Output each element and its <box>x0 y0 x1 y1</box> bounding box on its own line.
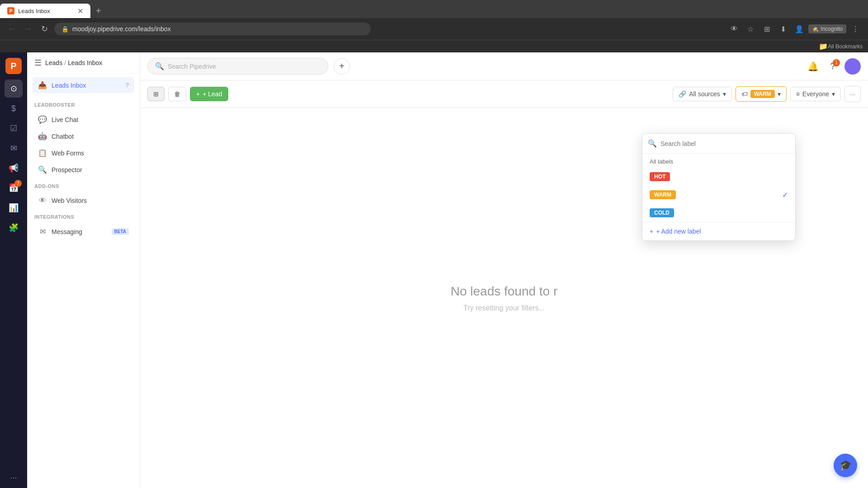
browser-actions: 👁 ☆ ⊞ ⬇ 👤 🕵 Incognito ⋮ <box>727 22 863 36</box>
nav-item-deals[interactable]: $ <box>5 99 23 117</box>
mail-icon: ✉ <box>10 143 17 153</box>
leadbooster-section-label: LEADBOOSTER <box>34 102 132 108</box>
add-lead-label: + Lead <box>203 90 222 98</box>
add-label-text: + Add new label <box>656 228 701 235</box>
search-bar[interactable]: 🔍 <box>147 58 328 75</box>
add-new-label-button[interactable]: + + Add new label <box>642 222 795 240</box>
all-sources-filter[interactable]: 🔗 All sources ▾ <box>673 87 731 101</box>
browser-chrome: P Leads Inbox ✕ + ← → ↻ 🔒 moodjoy.pipedr… <box>0 0 868 52</box>
bookmarks-bar: 📁 All Bookmarks <box>0 40 868 52</box>
view-trash-button[interactable]: 🗑 <box>168 87 186 101</box>
filter-icon: ≡ <box>796 90 800 98</box>
sidebar-item-chatbot[interactable]: 🤖 Chatbot <box>31 128 136 144</box>
everyone-filter-button[interactable]: ≡ Everyone ▾ <box>790 87 841 101</box>
webforms-label: Web Forms <box>52 150 84 157</box>
browser-tab-bar: P Leads Inbox ✕ + <box>0 0 868 18</box>
help-button[interactable]: ? 1 <box>825 58 841 75</box>
tab-manager-icon[interactable]: ⊞ <box>760 22 774 36</box>
refresh-button[interactable]: ↻ <box>38 23 51 35</box>
profile-icon[interactable]: 👤 <box>792 22 807 36</box>
main-content: 🔍 + 🔔 ? 1 ⊞ 🗑 <box>140 52 868 488</box>
more-dots-icon: ··· <box>850 91 855 98</box>
tab-title: Leads Inbox <box>18 8 50 14</box>
sidebar-item-prospector[interactable]: 🔍 Prospector <box>31 162 136 178</box>
add-label-icon: + <box>650 228 653 235</box>
sidebar-item-messaging[interactable]: ✉ Messaging BETA <box>31 224 136 239</box>
integrations-icon: 🧩 <box>9 223 19 233</box>
nav-item-integrations[interactable]: 🧩 <box>5 219 23 237</box>
sidebar-item-webforms[interactable]: 📋 Web Forms <box>31 145 136 161</box>
header-right: 🔔 ? 1 <box>805 58 861 75</box>
dropdown-item-hot[interactable]: HOT <box>642 168 795 186</box>
nav-item-mail[interactable]: ✉ <box>5 139 23 157</box>
messaging-beta-badge: BETA <box>112 228 129 235</box>
livechat-label: Live Chat <box>52 116 78 123</box>
warm-chevron-down-icon: ▾ <box>778 90 781 98</box>
browser-tab[interactable]: P Leads Inbox ✕ <box>0 4 90 18</box>
eye-off-icon[interactable]: 👁 <box>727 22 741 36</box>
new-tab-button[interactable]: + <box>90 6 107 16</box>
browser-controls: ← → ↻ 🔒 moodjoy.pipedrive.com/leads/inbo… <box>0 18 868 40</box>
addons-section-label: ADD-ONS <box>34 183 132 189</box>
nav-item-campaigns[interactable]: 📢 <box>5 159 23 177</box>
warm-check-icon: ✓ <box>782 191 788 199</box>
sidebar: ☰ Leads / Leads Inbox 📥 Leads Inbox ? LE… <box>27 52 140 488</box>
prospector-label: Prospector <box>52 166 82 174</box>
view-list-button[interactable]: ⊞ <box>147 87 165 101</box>
dropdown-search-input[interactable] <box>660 140 790 147</box>
breadcrumb: Leads / Leads Inbox <box>45 59 102 66</box>
dropdown-item-cold[interactable]: COLD <box>642 204 795 222</box>
sidebar-help-icon[interactable]: ? <box>126 82 129 89</box>
forward-button[interactable]: → <box>22 23 34 35</box>
lock-icon: 🔒 <box>61 26 69 33</box>
sidebar-item-webvisitors[interactable]: 👁 Web Visitors <box>31 193 136 208</box>
addons-section: ADD-ONS <box>27 178 140 192</box>
add-button[interactable]: + <box>334 58 350 75</box>
url-text: moodjoy.pipedrive.com/leads/inbox <box>72 25 171 33</box>
nav-item-leads[interactable]: 📅 7 <box>5 179 23 197</box>
leadbooster-section: LEADBOOSTER <box>27 97 140 111</box>
source-icon: 🔗 <box>679 90 686 98</box>
webforms-icon: 📋 <box>38 149 47 157</box>
campaigns-icon: 📢 <box>9 163 19 173</box>
search-input[interactable] <box>168 63 321 70</box>
menu-dots-icon[interactable]: ⋮ <box>848 22 863 36</box>
sidebar-active-label: Leads Inbox <box>52 82 86 89</box>
more-options-button[interactable]: ··· <box>844 86 861 102</box>
nav-more-btn[interactable]: ··· <box>10 473 17 483</box>
warm-filter-button[interactable]: 🏷 WARM ▾ <box>736 86 787 102</box>
support-chat-button[interactable]: 🎓 <box>834 454 857 477</box>
everyone-label: Everyone <box>802 90 829 98</box>
app-logo[interactable]: P <box>5 58 22 74</box>
dropdown-search: 🔍 <box>642 134 795 154</box>
sidebar-active-item[interactable]: 📥 Leads Inbox ? <box>33 77 134 93</box>
avatar[interactable] <box>844 58 861 75</box>
nav-bottom: ··· <box>10 473 17 483</box>
sidebar-menu-button[interactable]: ☰ <box>34 58 42 68</box>
download-icon[interactable]: ⬇ <box>776 22 790 36</box>
star-icon[interactable]: ☆ <box>743 22 758 36</box>
no-leads-subtext: Try resetting your filters... <box>463 304 545 312</box>
tab-close-btn[interactable]: ✕ <box>77 7 83 15</box>
nav-item-dashboard[interactable]: ⊙ <box>5 80 23 98</box>
nav-item-activities[interactable]: ☑ <box>5 119 23 137</box>
prospector-icon: 🔍 <box>38 165 47 174</box>
bookmarks-folder-icon: 📁 <box>819 42 828 51</box>
nav-item-reports[interactable]: 📊 <box>5 199 23 217</box>
add-lead-button[interactable]: + + Lead <box>190 87 228 101</box>
list-view-icon: ⊞ <box>153 90 159 98</box>
back-button[interactable]: ← <box>5 23 18 35</box>
label-dropdown: 🔍 All labels HOT WARM ✓ COLD + + Add new… <box>642 133 796 241</box>
address-bar[interactable]: 🔒 moodjoy.pipedrive.com/leads/inbox <box>54 23 371 35</box>
bookmarks-label: All Bookmarks <box>828 43 863 50</box>
messaging-label: Messaging <box>52 228 82 235</box>
no-leads-text: No leads found to r <box>451 284 558 299</box>
cold-label-badge: COLD <box>650 208 674 217</box>
content-area: No leads found to r Try resetting your f… <box>140 108 868 488</box>
sidebar-header: ☰ Leads / Leads Inbox <box>27 52 140 74</box>
notification-button[interactable]: 🔔 <box>805 58 821 75</box>
sidebar-item-livechat[interactable]: 💬 Live Chat <box>31 112 136 127</box>
chevron-down-icon: ▾ <box>723 90 726 98</box>
dropdown-item-warm[interactable]: WARM ✓ <box>642 186 795 204</box>
label-icon: 🏷 <box>741 90 748 98</box>
